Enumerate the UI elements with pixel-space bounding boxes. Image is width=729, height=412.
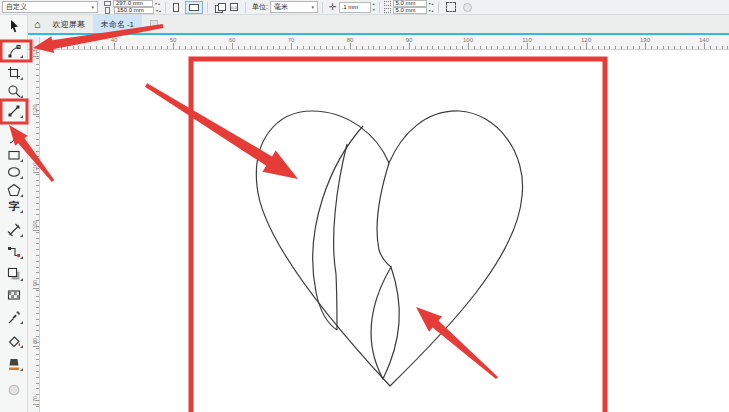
ruler-tick — [609, 46, 610, 49]
smart-fill-icon — [7, 334, 21, 348]
page-width-field[interactable]: 297.0 mm — [113, 0, 153, 7]
parallel-dimension-icon — [7, 223, 21, 237]
ruler-tick — [36, 191, 39, 192]
ruler-tick — [391, 46, 392, 49]
freehand-tool[interactable] — [4, 102, 24, 120]
outline-disabled-icon — [463, 3, 472, 12]
ruler-tick — [592, 46, 593, 49]
app-window: 自定义 ▾ 297.0 mm ▾▴ 150.0 mm ▾▴ — [0, 0, 729, 412]
vertical-ruler[interactable]: 130120110100908070 — [28, 37, 40, 412]
tab-welcome-screen[interactable]: 欢迎屏幕 — [45, 15, 93, 33]
zoom-tool[interactable] — [4, 82, 24, 100]
portrait-icon — [173, 3, 179, 12]
new-document-button[interactable] — [150, 20, 158, 28]
smart-fill-tool[interactable] — [4, 332, 24, 350]
ruler-tick — [61, 46, 62, 49]
ruler-tick — [373, 46, 374, 49]
ruler-tick — [36, 330, 39, 331]
ruler-tick — [362, 46, 363, 49]
separator — [379, 2, 380, 13]
interactive-fill-icon — [7, 357, 21, 371]
page-width-icon — [104, 1, 111, 6]
ruler-tick — [332, 46, 333, 49]
ruler-tick — [36, 261, 39, 262]
ruler-origin-corner[interactable] — [28, 37, 40, 50]
ruler-tick — [385, 46, 386, 49]
ruler-tick — [686, 46, 687, 49]
units-select[interactable]: 毫米 ▾ — [270, 1, 318, 13]
ruler-tick — [155, 46, 156, 49]
ruler-tick — [261, 46, 262, 49]
ellipse-tool[interactable] — [4, 163, 24, 181]
ruler-tick — [309, 46, 310, 49]
duplicate-y-icon — [384, 8, 391, 13]
ruler-tick — [586, 43, 587, 49]
transparency-tool[interactable] — [4, 286, 24, 304]
shape-tool[interactable] — [4, 42, 24, 60]
ruler-tick — [49, 46, 50, 49]
all-pages-button[interactable] — [212, 1, 227, 14]
shape-icon — [7, 44, 21, 58]
ruler-tick — [497, 46, 498, 49]
ruler-label: 70 — [32, 393, 38, 405]
parallel-dimension-tool[interactable] — [4, 221, 24, 239]
ruler-tick — [279, 46, 280, 49]
ruler-tick — [450, 46, 451, 49]
ruler-tick — [36, 203, 39, 204]
page-size-preset-select[interactable]: 自定义 ▾ — [2, 1, 98, 13]
ruler-tick — [36, 319, 39, 320]
horizontal-ruler[interactable]: 405060708090100110120130140 — [40, 37, 729, 50]
tab-document-1[interactable]: 未命名 -1 — [93, 15, 142, 33]
current-page-button[interactable]: 0.0 — [227, 1, 241, 14]
landscape-button[interactable] — [185, 1, 203, 14]
drawing-canvas[interactable] — [40, 50, 729, 412]
ruler-tick — [338, 46, 339, 49]
duplicate-y-field[interactable]: 5.0 mm — [393, 7, 427, 14]
outline-tool[interactable] — [4, 381, 24, 399]
ruler-label: 90 — [32, 277, 38, 289]
drop-shadow-tool[interactable] — [4, 265, 24, 283]
ruler-tick — [486, 46, 487, 49]
rectangle-tool[interactable] — [4, 146, 24, 164]
ruler-tick — [368, 46, 369, 49]
interactive-fill-tool[interactable] — [4, 355, 24, 373]
nudge-spinner[interactable]: ▴▾ — [373, 1, 375, 13]
ruler-tick — [36, 93, 39, 94]
ruler-tick — [36, 388, 39, 389]
ruler-tick — [96, 46, 97, 49]
ruler-tick — [604, 46, 605, 49]
ruler-label: 110 — [522, 37, 532, 43]
ruler-tick — [615, 46, 616, 49]
ruler-tick — [580, 46, 581, 49]
connector-tool[interactable] — [4, 243, 24, 261]
ruler-tick — [562, 46, 563, 49]
nudge-distance-field[interactable]: .1 mm — [339, 2, 371, 13]
page-height-spinner[interactable]: ▾▴ — [156, 8, 161, 14]
portrait-button[interactable] — [170, 1, 182, 14]
duplicate-x-field[interactable]: 5.0 mm — [393, 0, 427, 7]
page-width-spinner[interactable]: ▾▴ — [155, 1, 160, 7]
ruler-label: 50 — [170, 37, 177, 43]
freehand-icon — [7, 104, 21, 118]
duplicate-x-spinner[interactable]: ▾▴ — [429, 1, 434, 7]
duplicate-y-spinner[interactable]: ▾▴ — [429, 8, 434, 14]
ruler-tick — [255, 46, 256, 49]
ruler-tick — [645, 43, 646, 49]
page-height-field[interactable]: 150.0 mm — [114, 7, 154, 14]
page-size-preset-value: 自定义 — [6, 2, 27, 12]
tab-label: 未命名 -1 — [101, 19, 134, 30]
crop-tool[interactable] — [4, 64, 24, 82]
ruler-tick — [36, 209, 39, 210]
ruler-tick — [456, 46, 457, 49]
ruler-tick — [132, 46, 133, 49]
treat-as-filled-button[interactable] — [446, 2, 456, 12]
drop-shadow-icon — [7, 267, 21, 281]
artistic-media-tool[interactable] — [4, 128, 24, 146]
ruler-tick — [598, 46, 599, 49]
pick-tool[interactable] — [4, 17, 24, 35]
toolbox: 字 — [0, 15, 28, 412]
text-tool[interactable]: 字 — [4, 197, 24, 215]
home-icon[interactable]: ⌂ — [34, 18, 41, 30]
color-eyedropper-tool[interactable] — [4, 308, 24, 326]
ruler-tick — [556, 46, 557, 49]
